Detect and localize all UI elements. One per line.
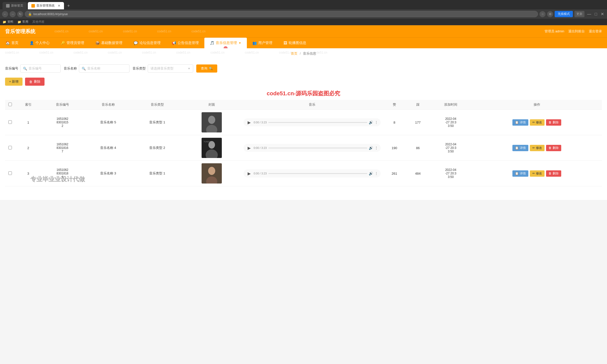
music-code-label: 音乐编号: [5, 66, 18, 71]
detail-btn-3[interactable]: 📋 详情: [512, 170, 528, 177]
search-icon: 🔍: [23, 67, 27, 71]
folder-icon: 📁: [3, 20, 6, 24]
edit-btn-1[interactable]: ✏ 修改: [530, 119, 545, 126]
back-frontend-link[interactable]: 退出到前台: [568, 29, 585, 34]
play-btn-2[interactable]: ▶: [246, 145, 252, 151]
active-tab[interactable]: 音乐管理系统 ✕: [28, 2, 64, 9]
music-code-input[interactable]: 🔍 音乐编号: [20, 64, 61, 73]
carousel-icon: 🖼: [284, 41, 287, 45]
more-icon-2[interactable]: ⋮: [375, 146, 378, 150]
cover-image-3: [202, 163, 222, 184]
folder-icon-2: 📁: [17, 20, 21, 24]
edit-icon-1: ✏: [532, 121, 535, 124]
nav-personal[interactable]: 👤 个人中心: [24, 38, 55, 48]
nav-music-label: 音乐信息管理: [216, 41, 237, 45]
volume-icon-2[interactable]: 🔊: [369, 146, 373, 150]
header-watermark-3: code51.cn: [89, 30, 103, 33]
breadcrumb-home[interactable]: 首页: [291, 52, 297, 55]
row-2-checkbox[interactable]: [8, 146, 12, 149]
cover-image-2: TUNES: [202, 138, 222, 158]
audio-player-2: ▶ 0:00 / 3:23 🔊 ⋮: [244, 144, 381, 152]
music-name-input[interactable]: 🔍 音乐名称: [79, 64, 129, 73]
edit-btn-3[interactable]: ✏ 修改: [530, 170, 545, 177]
nav-personal-label: 个人中心: [35, 41, 50, 45]
nav-base-data-label: 基础数据管理: [101, 41, 122, 45]
music-code-field: 音乐编号 🔍 音乐编号: [5, 64, 61, 73]
progress-1[interactable]: [268, 122, 367, 123]
row-3-code: 165106283018184: [41, 161, 83, 186]
music-type-field: 音乐类型 请选择音乐类型 ▼: [133, 64, 193, 73]
back-button[interactable]: ←: [2, 11, 8, 17]
nav-admin[interactable]: 🔑 管理员管理: [55, 38, 90, 48]
row-1-cover: [182, 110, 241, 135]
row-2-actions: 📋 详情 ✏ 修改 🗑 删除: [472, 135, 602, 161]
reload-button[interactable]: ↻: [17, 11, 23, 17]
music-type-select[interactable]: 请选择音乐类型 ▼: [148, 64, 193, 73]
signin-button[interactable]: 无痕模式: [555, 11, 573, 17]
row-1-dislikes: 177: [406, 110, 430, 135]
row-del-btn-1[interactable]: 🗑 删除: [546, 119, 561, 126]
forum-icon: 💬: [134, 41, 138, 45]
announce-icon: 📢: [172, 41, 176, 45]
bookmark-common[interactable]: 📁 常用: [17, 20, 28, 24]
logout-link[interactable]: 退出登录: [589, 29, 602, 34]
volume-icon-3[interactable]: 🔊: [369, 171, 373, 175]
nav-music[interactable]: 🎵 音乐信息管理 ▼: [204, 38, 247, 48]
search-icon-2: 🔍: [82, 67, 86, 71]
svg-point-1: [208, 116, 215, 124]
users-icon: 👥: [252, 41, 257, 45]
query-button[interactable]: 查询 🔍: [196, 64, 217, 73]
row-2-dislikes: 86: [406, 135, 430, 161]
play-btn-1[interactable]: ▶: [246, 119, 252, 125]
more-icon-1[interactable]: ⋮: [375, 120, 378, 124]
volume-icon-1[interactable]: 🔊: [369, 120, 373, 124]
col-likes: 赞: [383, 100, 406, 110]
close-window-button[interactable]: ✕: [600, 11, 605, 17]
detail-btn-1[interactable]: 📋 详情: [512, 119, 528, 126]
row-del-btn-3[interactable]: 🗑 删除: [546, 170, 561, 177]
header-watermark-2: code51.cn: [54, 30, 68, 33]
detail-btn-2[interactable]: 📋 详情: [512, 145, 528, 151]
nav-forum[interactable]: 💬 论坛信息管理: [128, 38, 166, 48]
delete-icon: 🗑: [29, 80, 32, 84]
minimize-button[interactable]: —: [586, 11, 592, 17]
music-code-placeholder: 音乐编号: [29, 66, 42, 71]
bookmark-resources[interactable]: 📁 资料: [3, 20, 13, 24]
nav-home[interactable]: 🏠 首页: [0, 38, 24, 48]
progress-3[interactable]: [268, 173, 367, 174]
bookmark-button[interactable]: ☆: [539, 11, 546, 17]
progress-2[interactable]: [268, 148, 367, 148]
row-1-checkbox[interactable]: [8, 120, 12, 124]
nav-base-data[interactable]: 📦 基础数据管理: [90, 38, 128, 48]
play-btn-3[interactable]: ▶: [246, 170, 252, 176]
more-icon-3[interactable]: ⋮: [375, 171, 378, 175]
new-tab-button[interactable]: +: [65, 2, 72, 9]
address-bar[interactable]: 🔒 localhost:8081/#/yinyue: [25, 11, 538, 17]
inactive-tab[interactable]: 新标签页: [3, 2, 27, 9]
row-1-code: 165106283018152: [41, 110, 83, 135]
del-icon-3: 🗑: [549, 172, 552, 175]
select-all-checkbox[interactable]: [8, 103, 12, 106]
edit-btn-2[interactable]: ✏ 修改: [530, 145, 545, 151]
nav-forum-label: 论坛信息管理: [139, 41, 161, 45]
update-button[interactable]: 更新: [574, 11, 584, 17]
nav-carousel[interactable]: 🖼 轮播图信息: [278, 38, 312, 48]
nav-announcement[interactable]: 📢 公告信息管理: [166, 38, 204, 48]
nav-users[interactable]: 👥 用户管理: [247, 38, 278, 48]
nav-admin-label: 管理员管理: [67, 41, 84, 45]
row-2-cover: TUNES: [182, 135, 241, 161]
extensions-button[interactable]: ⚙: [547, 11, 553, 17]
row-del-btn-2[interactable]: 🗑 删除: [546, 145, 561, 151]
maximize-button[interactable]: □: [594, 11, 598, 17]
add-button[interactable]: + 新增: [5, 78, 23, 86]
time-3: 0:00 / 3:23: [254, 172, 267, 175]
close-tab-icon[interactable]: ✕: [58, 4, 60, 8]
music-icon: 🎵: [210, 41, 214, 45]
admin-icon: 🔑: [61, 41, 65, 45]
delete-button[interactable]: 🗑 删除: [25, 78, 45, 86]
col-actions: 操作: [472, 100, 602, 110]
audio-player-1: ▶ 0:00 / 3:23 🔊 ⋮: [244, 118, 381, 126]
row-3-checkbox[interactable]: [8, 171, 12, 175]
forward-button[interactable]: →: [10, 11, 16, 17]
page-content: code51.cncode51.cncode51.cncode51.cncode…: [0, 48, 607, 200]
